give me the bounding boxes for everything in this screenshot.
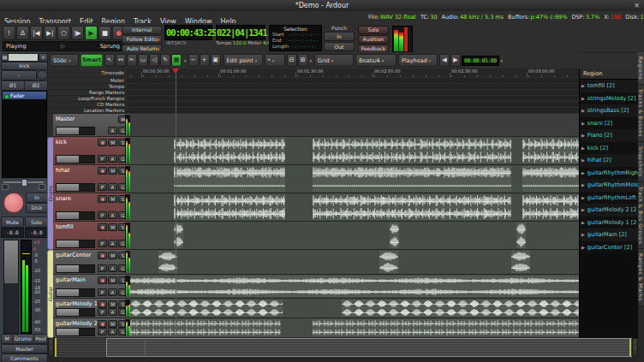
strip-close-button[interactable]: × bbox=[39, 53, 48, 62]
nudge-forward-button[interactable]: ▶ bbox=[450, 54, 461, 67]
loop-button[interactable]: ○ bbox=[57, 26, 70, 40]
audio-region[interactable] bbox=[522, 138, 579, 163]
track-row-master[interactable] bbox=[130, 114, 579, 137]
expander-icon[interactable]: ▶ bbox=[581, 96, 585, 101]
region-list-item[interactable]: ▶guitarRhythmMelo bbox=[580, 179, 639, 192]
stretch-tool-button[interactable]: ▭ bbox=[138, 54, 148, 67]
track-p-button[interactable]: P bbox=[98, 328, 107, 335]
audio-region[interactable] bbox=[342, 300, 579, 317]
audio-region[interactable] bbox=[130, 276, 579, 297]
audio-region[interactable] bbox=[313, 194, 511, 220]
nudge-menu-arrow[interactable]: ▾ bbox=[501, 58, 504, 63]
solo-button[interactable]: Solo bbox=[358, 26, 389, 34]
region-list-header[interactable]: Region bbox=[580, 68, 639, 80]
ruler-row-loop-punch-ranges[interactable] bbox=[127, 96, 579, 102]
trim-knob[interactable] bbox=[37, 70, 48, 80]
track-header-kick[interactable]: kickSMGAP bbox=[53, 137, 130, 165]
track-row-hihat[interactable] bbox=[130, 165, 579, 193]
track-a-button[interactable]: A bbox=[108, 183, 117, 191]
expander-icon[interactable]: ▶ bbox=[581, 220, 585, 225]
track-p-button[interactable]: P bbox=[98, 288, 107, 296]
snap-mode-combo[interactable]: Grid▾ bbox=[314, 54, 354, 67]
track-p-button[interactable]: P bbox=[98, 211, 107, 219]
track-record-arm-button[interactable] bbox=[98, 167, 107, 175]
track-fader[interactable] bbox=[56, 211, 95, 220]
pan-left-box[interactable] bbox=[2, 184, 9, 190]
track-a-button[interactable]: A bbox=[108, 127, 117, 134]
ruler-label-range-markers[interactable]: Range Markers bbox=[48, 90, 127, 96]
punch-out-button[interactable]: Out bbox=[324, 42, 355, 51]
region-list-item[interactable]: ▶guitarRhythmLeft bbox=[580, 192, 639, 205]
expander-icon[interactable]: ▶ bbox=[581, 83, 585, 88]
track-name[interactable]: guitarMain bbox=[56, 276, 86, 283]
region-list-item[interactable]: ▶stringsMelody [2] bbox=[580, 92, 639, 105]
window-close-button[interactable]: × bbox=[634, 0, 640, 11]
expand-tracks-button[interactable]: ⊞ bbox=[298, 54, 308, 67]
region-list-item[interactable]: ▶stringsBass [2] bbox=[580, 104, 639, 117]
stop-button[interactable]: ■ bbox=[98, 26, 111, 40]
strip-name-box[interactable] bbox=[8, 53, 39, 62]
ruler-label-loop-punch-ranges[interactable]: Loop/Punch Ranges bbox=[48, 96, 127, 102]
track-p-button[interactable]: P bbox=[98, 308, 107, 316]
solo-button[interactable]: Solo bbox=[25, 217, 48, 228]
track-p-button[interactable]: P bbox=[98, 264, 107, 272]
region-list-item[interactable]: ▶guitarRhythmRigh bbox=[580, 167, 639, 180]
region-list-item[interactable]: ▶kick [2] bbox=[580, 142, 639, 155]
track-m-button[interactable]: M bbox=[108, 195, 117, 203]
track-a-button[interactable]: A bbox=[108, 308, 117, 316]
monitor-input-button[interactable]: In bbox=[26, 193, 48, 203]
ruler-row-tempo[interactable] bbox=[127, 84, 579, 90]
region-list-item[interactable]: ▶Piano [2] bbox=[580, 129, 639, 142]
grid-unit-combo[interactable]: Beats/4▾ bbox=[355, 54, 397, 67]
track-p-button[interactable]: P bbox=[98, 183, 107, 191]
track-fader[interactable] bbox=[56, 240, 95, 248]
region-list-item[interactable]: ▶tomfill [2] bbox=[580, 80, 639, 92]
track-a-button[interactable]: A bbox=[108, 240, 117, 247]
ruler-label-meter[interactable]: Meter bbox=[48, 78, 127, 84]
ruler-row-range-markers[interactable] bbox=[127, 90, 579, 96]
side-tab-ranges-marks[interactable]: Ranges & Marks bbox=[638, 249, 644, 306]
comments-button[interactable]: Comments bbox=[1, 353, 48, 362]
pan-handle[interactable] bbox=[21, 179, 27, 187]
track-record-arm-button[interactable] bbox=[98, 320, 107, 328]
visible-tracks-combo[interactable]: *▾ bbox=[265, 54, 285, 67]
track-row-guitarmain[interactable] bbox=[130, 275, 579, 299]
region-list-item[interactable]: ▶guitarMelody 1 [2 bbox=[580, 217, 639, 229]
track-name[interactable]: guitarCenter bbox=[56, 252, 91, 258]
track-m-button[interactable]: M bbox=[108, 276, 117, 284]
audio-region[interactable] bbox=[516, 223, 526, 248]
expander-icon[interactable]: ▶ bbox=[581, 133, 585, 138]
track-record-arm-button[interactable] bbox=[98, 139, 107, 146]
track-record-arm-button[interactable] bbox=[98, 300, 107, 308]
pan-right-box[interactable] bbox=[39, 184, 45, 190]
track-header-guitarmain[interactable]: guitarMainSMGAP bbox=[53, 275, 130, 299]
mute-button[interactable]: Mute bbox=[1, 217, 24, 228]
audio-region[interactable] bbox=[313, 166, 511, 192]
group-button[interactable]: Drums bbox=[12, 334, 34, 344]
phase-1-button[interactable]: Ø1 bbox=[1, 80, 25, 91]
zoom-fit-button[interactable]: ▣ bbox=[211, 54, 221, 67]
track-row-kick[interactable] bbox=[130, 137, 579, 165]
track-header-guitarcenter[interactable]: guitarCenterSMGAP bbox=[53, 250, 130, 275]
audition-tool-button[interactable]: ◁ bbox=[149, 54, 159, 67]
track-a-button[interactable]: A bbox=[108, 264, 117, 272]
output-button[interactable]: Master bbox=[1, 344, 48, 353]
track-header-guitarmelody-1[interactable]: guitarMelody 1SMGAP bbox=[53, 299, 130, 318]
midi-panic-button[interactable]: ! bbox=[3, 26, 15, 40]
metronome-button[interactable]: Δ bbox=[16, 26, 29, 40]
track-a-button[interactable]: A bbox=[108, 155, 117, 163]
expander-icon[interactable]: ▶ bbox=[581, 207, 585, 212]
audio-region[interactable] bbox=[174, 138, 285, 163]
expander-icon[interactable]: ▶ bbox=[581, 108, 585, 113]
grab-tool-button[interactable]: ↖ bbox=[104, 54, 115, 67]
nudge-clock[interactable]: 00:00:05:00 bbox=[462, 56, 499, 66]
track-a-button[interactable]: A bbox=[108, 211, 117, 219]
processor-box[interactable]: Fader bbox=[2, 91, 47, 178]
audio-region[interactable] bbox=[313, 319, 579, 336]
track-record-arm-button[interactable] bbox=[98, 195, 107, 203]
track-row-guitarmelody-1[interactable] bbox=[130, 299, 579, 318]
track-p-button[interactable]: P bbox=[98, 155, 107, 163]
goto-end-button[interactable]: ▶| bbox=[44, 26, 57, 40]
track-fader[interactable] bbox=[56, 127, 95, 135]
track-a-button[interactable]: A bbox=[108, 328, 117, 335]
